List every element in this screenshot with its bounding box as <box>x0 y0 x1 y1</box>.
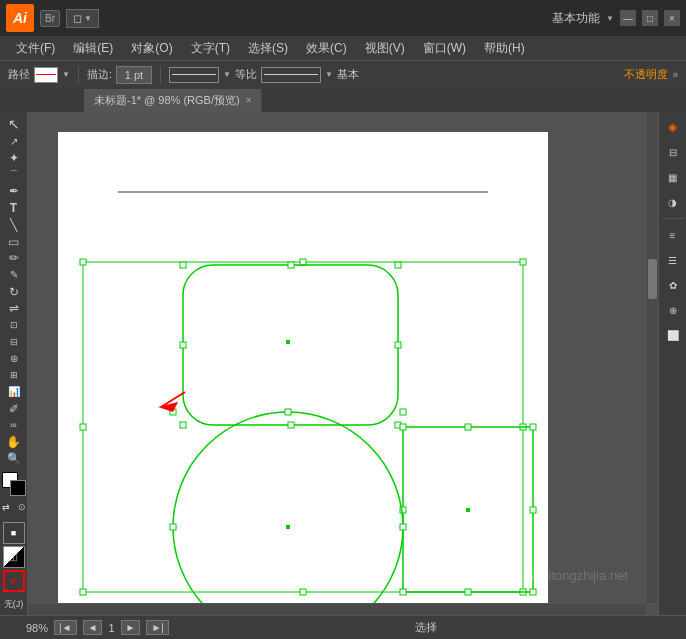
type-tool[interactable]: T <box>3 201 25 216</box>
stroke-label: 描边: <box>87 67 112 82</box>
svg-rect-17 <box>288 422 294 428</box>
swatches-panel-button[interactable]: ⬜ <box>662 324 684 346</box>
close-button[interactable]: × <box>664 10 680 26</box>
dash-pattern-arrow[interactable]: ▼ <box>223 70 231 79</box>
menu-type[interactable]: 文字(T) <box>183 38 238 59</box>
doc-mode-icon: ◻ <box>73 12 82 25</box>
color-selector[interactable] <box>0 472 28 492</box>
tab-bar: 未标题-1* @ 98% (RGB/预览) × <box>0 88 686 112</box>
none-label: 无(J) <box>4 599 24 609</box>
svg-rect-21 <box>400 424 406 430</box>
canvas-area[interactable]: 系统之家 xitongzhijia.net <box>28 112 658 615</box>
path-label: 路径 <box>8 67 30 82</box>
doc-mode-button[interactable]: ◻ ▼ <box>66 9 99 28</box>
symbols-panel-button[interactable]: ✿ <box>662 274 684 296</box>
appearance-panel-button[interactable]: ≡ <box>662 224 684 246</box>
pencil-tool[interactable]: ✎ <box>3 268 25 283</box>
svg-rect-36 <box>400 409 406 415</box>
menu-window[interactable]: 窗口(W) <box>415 38 474 59</box>
horizontal-scrollbar[interactable] <box>28 603 646 615</box>
svg-rect-39 <box>286 525 290 529</box>
color-panel-button[interactable]: ◈ <box>662 116 684 138</box>
opacity-label[interactable]: 不透明度 <box>624 67 668 82</box>
none-label-container: 无(J) <box>4 596 24 611</box>
eyedropper-tool[interactable]: ✐ <box>3 401 25 416</box>
transparency-panel-button[interactable]: ◑ <box>662 191 684 213</box>
menu-help[interactable]: 帮助(H) <box>476 38 533 59</box>
main-area: ↖ ↗ ✦ ⌒ ✒ T ╲ ▭ ✏ ✎ ↻ ⇌ ⊡ ⊟ ⊛ ⊞ 📊 ✐ ∞ ✋ … <box>0 112 686 615</box>
color-mode-button[interactable]: ■ <box>3 522 25 544</box>
tab-close-button[interactable]: × <box>246 95 252 106</box>
menu-object[interactable]: 对象(O) <box>123 38 180 59</box>
vertical-scrollbar[interactable] <box>646 112 658 603</box>
rotate-tool[interactable]: ↻ <box>3 284 25 299</box>
selection-tool[interactable]: ↖ <box>3 116 25 132</box>
profile-arrow[interactable]: ▼ <box>325 70 333 79</box>
line-tool[interactable]: ╲ <box>3 218 25 233</box>
menu-view[interactable]: 视图(V) <box>357 38 413 59</box>
stroke-color-box[interactable] <box>10 480 26 496</box>
shapes-svg <box>58 132 548 615</box>
scale-tool[interactable]: ⊡ <box>3 318 25 333</box>
default-colors-button[interactable]: ⊙ <box>15 496 29 518</box>
svg-rect-26 <box>400 589 406 595</box>
tab-title: 未标题-1* @ 98% (RGB/预览) <box>94 93 240 108</box>
svg-rect-23 <box>530 424 536 430</box>
brushes-panel-button[interactable]: ⊕ <box>662 299 684 321</box>
reflect-tool[interactable]: ⇌ <box>3 301 25 316</box>
direct-selection-tool[interactable]: ↗ <box>3 134 25 149</box>
watermark-text: 系统之家 xitongzhijia.net <box>486 568 628 583</box>
paintbrush-tool[interactable]: ✏ <box>3 251 25 266</box>
stroke-panel-button[interactable]: ⊟ <box>662 141 684 163</box>
next-button[interactable]: ► <box>121 620 141 635</box>
rectangle-tool[interactable]: ▭ <box>3 234 25 249</box>
none-mode-button[interactable]: ⊘ <box>3 570 25 592</box>
svg-rect-15 <box>395 342 401 348</box>
zoom-tool[interactable]: 🔍 <box>3 451 25 466</box>
prev-button[interactable]: ◄ <box>83 620 103 635</box>
menu-select[interactable]: 选择(S) <box>240 38 296 59</box>
lasso-tool[interactable]: ⌒ <box>3 167 25 182</box>
scrollbar-thumb[interactable] <box>648 259 657 299</box>
next-page-button[interactable]: ►| <box>146 620 169 635</box>
page-number: 1 <box>108 622 114 634</box>
stroke-color-preview[interactable] <box>34 67 58 83</box>
warp-tool[interactable]: ⊛ <box>3 351 25 366</box>
gradient-mode-button[interactable]: ◫ <box>3 546 25 568</box>
toolbar-options-arrow[interactable]: » <box>672 69 678 80</box>
graph-tool[interactable]: 📊 <box>3 385 25 400</box>
magic-wand-tool[interactable]: ✦ <box>3 151 25 166</box>
dash-pattern-preview[interactable] <box>169 67 219 83</box>
pen-tool[interactable]: ✒ <box>3 184 25 199</box>
svg-rect-7 <box>80 589 86 595</box>
prev-page-button[interactable]: |◄ <box>54 620 77 635</box>
blend-tool[interactable]: ∞ <box>3 418 25 433</box>
minimize-button[interactable]: — <box>620 10 636 26</box>
shape-builder-tool[interactable]: ⊞ <box>3 368 25 383</box>
shear-tool[interactable]: ⊟ <box>3 334 25 349</box>
workspace-arrow[interactable]: ▼ <box>606 14 614 23</box>
document-tab[interactable]: 未标题-1* @ 98% (RGB/预览) × <box>84 89 262 112</box>
svg-rect-27 <box>465 589 471 595</box>
menu-edit[interactable]: 编辑(E) <box>65 38 121 59</box>
svg-rect-11 <box>180 262 186 268</box>
svg-rect-37 <box>400 524 406 530</box>
maximize-button[interactable]: □ <box>642 10 658 26</box>
hand-tool[interactable]: ✋ <box>3 435 25 450</box>
br-badge[interactable]: Br <box>40 10 60 27</box>
stroke-width-input[interactable] <box>116 66 152 84</box>
gradient-panel-button[interactable]: ▦ <box>662 166 684 188</box>
menu-effect[interactable]: 效果(C) <box>298 38 355 59</box>
svg-rect-19 <box>286 340 290 344</box>
profile-preview[interactable] <box>261 67 321 83</box>
svg-rect-12 <box>288 262 294 268</box>
ratio-label: 等比 <box>235 67 257 82</box>
swap-colors-button[interactable]: ⇄ <box>0 496 13 518</box>
svg-rect-25 <box>530 507 536 513</box>
stroke-color-arrow[interactable]: ▼ <box>62 70 70 79</box>
layers-panel-button[interactable]: ☰ <box>662 249 684 271</box>
doc-mode-arrow: ▼ <box>84 14 92 23</box>
svg-rect-32 <box>170 524 176 530</box>
left-toolbar: ↖ ↗ ✦ ⌒ ✒ T ╲ ▭ ✏ ✎ ↻ ⇌ ⊡ ⊟ ⊛ ⊞ 📊 ✐ ∞ ✋ … <box>0 112 28 615</box>
menu-file[interactable]: 文件(F) <box>8 38 63 59</box>
